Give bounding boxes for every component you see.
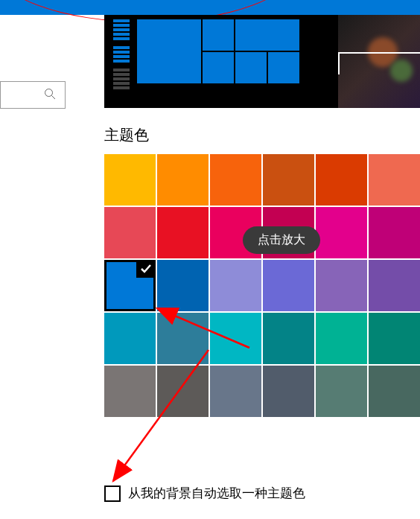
color-swatch[interactable]	[104, 154, 156, 206]
color-swatch[interactable]	[157, 260, 209, 311]
search-input[interactable]	[0, 81, 66, 109]
color-swatch[interactable]	[210, 366, 261, 417]
color-swatch[interactable]	[157, 154, 209, 206]
color-swatch[interactable]	[210, 313, 261, 364]
tooltip-zoom: 点击放大	[243, 226, 320, 254]
color-swatch[interactable]	[316, 260, 367, 311]
color-swatch-grid	[104, 154, 420, 417]
auto-pick-color-checkbox[interactable]	[104, 485, 121, 502]
search-icon	[44, 88, 56, 103]
color-swatch[interactable]	[369, 207, 420, 258]
color-swatch[interactable]	[157, 207, 209, 258]
auto-pick-color-label: 从我的背景自动选取一种主题色	[128, 485, 305, 502]
color-swatch[interactable]	[210, 154, 261, 206]
color-swatch[interactable]	[316, 313, 367, 364]
color-swatch[interactable]	[369, 260, 420, 311]
color-swatch[interactable]	[104, 313, 156, 364]
color-swatch[interactable]	[263, 366, 314, 417]
accent-color-preview	[104, 15, 420, 108]
color-swatch[interactable]	[369, 366, 420, 417]
color-swatch[interactable]	[104, 207, 156, 258]
color-swatch[interactable]	[369, 313, 420, 364]
color-swatch[interactable]	[157, 366, 209, 417]
auto-pick-color-option: 从我的背景自动选取一种主题色	[104, 485, 305, 502]
color-swatch[interactable]	[210, 260, 261, 311]
color-swatch[interactable]	[316, 366, 367, 417]
color-swatch[interactable]	[104, 260, 156, 311]
color-swatch[interactable]	[263, 260, 314, 311]
color-swatch[interactable]	[316, 207, 367, 258]
color-swatch[interactable]	[316, 154, 367, 206]
color-swatch[interactable]	[104, 366, 156, 417]
section-heading-accent-color: 主题色	[104, 125, 149, 145]
color-swatch[interactable]	[263, 154, 314, 206]
color-swatch[interactable]	[263, 313, 314, 364]
checkmark-icon	[136, 260, 156, 278]
svg-point-0	[45, 89, 53, 96]
svg-line-1	[52, 95, 56, 99]
color-swatch[interactable]	[157, 313, 209, 364]
color-swatch[interactable]	[369, 154, 420, 206]
